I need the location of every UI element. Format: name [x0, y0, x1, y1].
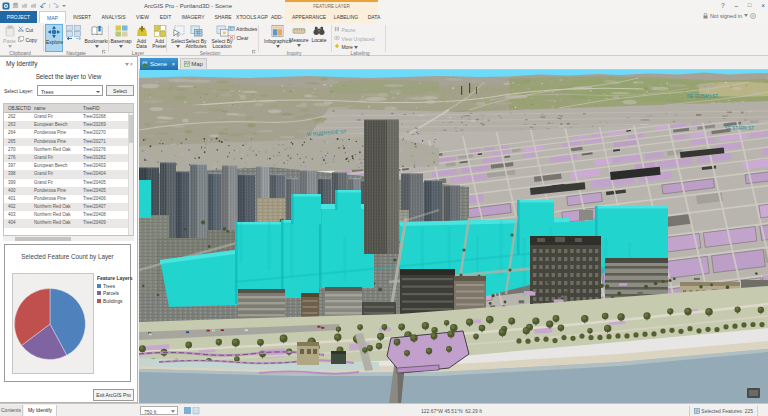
- svg-text:SE STARK ST: SE STARK ST: [725, 126, 754, 131]
- svg-text:NE GLISAN ST: NE GLISAN ST: [687, 94, 718, 99]
